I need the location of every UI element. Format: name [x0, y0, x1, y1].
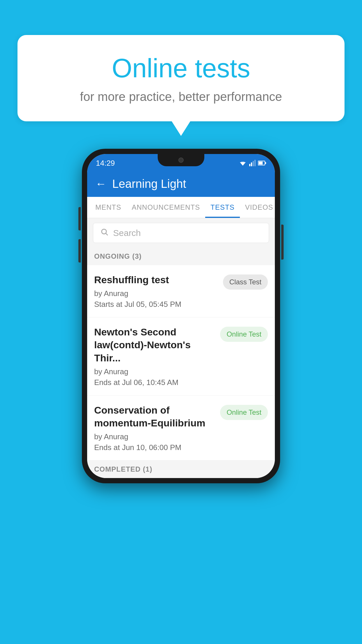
svg-rect-4 [253, 161, 254, 166]
test-info-1: Reshuffling test by Anurag Starts at Jul… [94, 273, 218, 309]
speech-bubble: Online tests for more practice, better p… [17, 35, 345, 121]
search-bar[interactable]: Search [93, 223, 269, 243]
svg-point-9 [102, 229, 106, 234]
test-name-2: Newton's Second law(contd)-Newton's Thir… [94, 326, 215, 364]
app-bar-title: Learning Light [112, 177, 186, 190]
signal-icon [249, 160, 256, 166]
svg-rect-3 [251, 162, 252, 166]
battery-icon [258, 160, 266, 166]
back-button[interactable]: ← [95, 178, 106, 190]
test-date-2: Ends at Jul 06, 10:45 AM [94, 378, 215, 387]
ongoing-section-header: ONGOING (3) [87, 248, 275, 265]
phone-notch [158, 154, 204, 166]
test-name-3: Conservation of momentum-Equilibrium [94, 404, 215, 429]
test-badge-3: Online Test [220, 405, 268, 420]
test-info-2: Newton's Second law(contd)-Newton's Thir… [94, 326, 215, 387]
tab-announcements[interactable]: ANNOUNCEMENTS [126, 197, 205, 218]
svg-rect-7 [259, 162, 263, 164]
search-input[interactable]: Search [113, 228, 141, 238]
svg-rect-8 [265, 162, 266, 164]
test-badge-1: Class Test [223, 274, 268, 290]
test-by-1: by Anurag [94, 289, 218, 298]
test-item-1[interactable]: Reshuffling test by Anurag Starts at Jul… [87, 265, 275, 317]
test-by-3: by Anurag [94, 432, 215, 441]
test-date-1: Starts at Jul 05, 05:45 PM [94, 300, 218, 309]
search-icon [100, 228, 108, 238]
test-date-3: Ends at Jun 10, 06:00 PM [94, 443, 215, 452]
hero-subtitle: for more practice, better performance [41, 90, 321, 104]
test-item-2[interactable]: Newton's Second law(contd)-Newton's Thir… [87, 317, 275, 396]
phone-volume-up-button [78, 207, 81, 230]
phone-power-button [281, 225, 284, 260]
test-item-3[interactable]: Conservation of momentum-Equilibrium by … [87, 396, 275, 461]
status-icons [239, 160, 266, 166]
svg-rect-2 [249, 164, 250, 166]
phone-mockup: 14:29 [82, 149, 280, 483]
test-badge-2: Online Test [220, 327, 268, 342]
status-time: 14:29 [96, 159, 115, 168]
completed-section-header: COMPLETED (1) [87, 461, 275, 478]
svg-rect-5 [254, 160, 256, 166]
test-by-2: by Anurag [94, 367, 215, 376]
phone-volume-down-button [78, 239, 81, 262]
test-info-3: Conservation of momentum-Equilibrium by … [94, 404, 215, 452]
svg-line-10 [106, 233, 108, 235]
wifi-icon [239, 160, 247, 166]
tabs-bar: MENTS ANNOUNCEMENTS TESTS VIDEOS [87, 197, 275, 218]
hero-section: Online tests for more practice, better p… [17, 35, 345, 121]
test-name-1: Reshuffling test [94, 273, 218, 286]
status-bar: 14:29 [87, 154, 275, 171]
app-bar: ← Learning Light [87, 171, 275, 197]
tab-ments[interactable]: MENTS [90, 197, 126, 218]
camera-dot [178, 158, 184, 163]
search-container: Search [87, 218, 275, 248]
hero-title: Online tests [41, 52, 321, 84]
tab-videos[interactable]: VIDEOS [240, 197, 275, 218]
test-list: Reshuffling test by Anurag Starts at Jul… [87, 265, 275, 461]
tab-tests[interactable]: TESTS [205, 197, 240, 218]
